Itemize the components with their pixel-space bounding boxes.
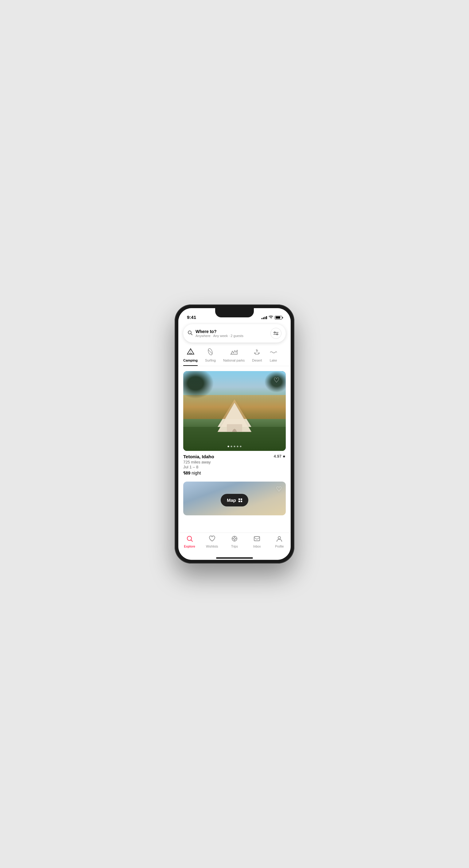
signal-icon [261,316,267,319]
svg-point-17 [233,538,236,539]
nav-explore[interactable]: Explore [178,535,201,548]
national-parks-icon [229,348,239,357]
wishlist-button-2[interactable]: ♡ [276,485,282,493]
map-button[interactable]: Map [221,494,248,506]
profile-label: Profile [275,545,284,548]
status-icons [261,315,282,320]
listing-image: ♡ [183,371,286,451]
nav-wishlists[interactable]: Wishlists [201,535,223,548]
search-subtitle: Anywhere · Any week · 2 guests [195,334,271,338]
listing-card: ♡ Tetonia, Idaho [183,371,286,475]
phone-screen: 9:41 [178,308,291,560]
heart-icon: ♡ [274,376,280,384]
nav-inbox[interactable]: Inbox [246,535,268,548]
explore-icon [186,535,193,544]
inbox-icon [253,535,260,544]
trips-icon [231,535,238,544]
desert-label: Desert [252,359,262,362]
map-grid-icon [239,498,242,502]
wishlists-label: Wishlists [206,545,218,548]
listing-dates: Jul 1 – 8 [183,465,286,469]
svg-line-15 [191,540,192,542]
lake-icon [270,348,278,357]
camping-icon [187,348,195,357]
listing-rating: 4.97 ★ [274,454,286,459]
inbox-label: Inbox [253,545,260,548]
map-label: Map [227,498,236,503]
desert-icon [253,348,261,357]
home-indicator [178,558,291,560]
nav-trips[interactable]: Trips [223,535,246,548]
star-icon: ★ [282,454,286,459]
profile-icon [276,535,283,544]
search-icon [188,330,192,336]
listing-distance: 725 miles away [183,460,286,464]
explore-label: Explore [184,545,195,548]
battery-icon [275,316,282,319]
nav-profile[interactable]: Profile [268,535,291,548]
carousel-dots [228,446,242,447]
tab-surfing[interactable]: Surfing [205,346,216,366]
tab-national-parks[interactable]: National parks [223,346,245,366]
listings-scroll[interactable]: ♡ Tetonia, Idaho [178,366,291,532]
listing-price: $89 night [183,470,286,475]
notch [215,308,254,317]
lake-label: Lake [270,359,277,362]
search-bar[interactable]: Where to? Anywhere · Any week · 2 guests [183,324,286,343]
content-area: Where to? Anywhere · Any week · 2 guests [178,322,291,532]
tab-camping[interactable]: Camping [183,346,198,366]
wishlist-button[interactable]: ♡ [272,375,281,385]
wishlists-icon [209,535,216,544]
tab-lake[interactable]: Lake [270,346,278,366]
wifi-icon [269,315,273,320]
svg-line-1 [191,334,192,335]
svg-rect-22 [254,536,260,541]
category-tabs: Camping Surfing [178,346,291,366]
filter-button[interactable] [271,328,281,339]
surfing-label: Surfing [205,359,216,362]
tab-desert[interactable]: Desert [252,346,262,366]
listing-location: Tetonia, Idaho [183,454,214,459]
listing-info: Tetonia, Idaho 4.97 ★ 725 miles away Jul… [183,451,286,475]
camping-label: Camping [183,359,198,362]
foliage-left [183,371,214,399]
search-title: Where to? [195,329,271,334]
bottom-navigation: Explore Wishlists [178,532,291,558]
heart-icon-2: ♡ [276,485,282,493]
national-parks-label: National parks [223,359,245,362]
svg-point-23 [278,536,281,539]
surfing-icon [206,348,214,357]
phone-frame: 9:41 [175,305,294,563]
status-time: 9:41 [187,315,196,320]
tent-scene [183,371,286,451]
trips-label: Trips [231,545,238,548]
